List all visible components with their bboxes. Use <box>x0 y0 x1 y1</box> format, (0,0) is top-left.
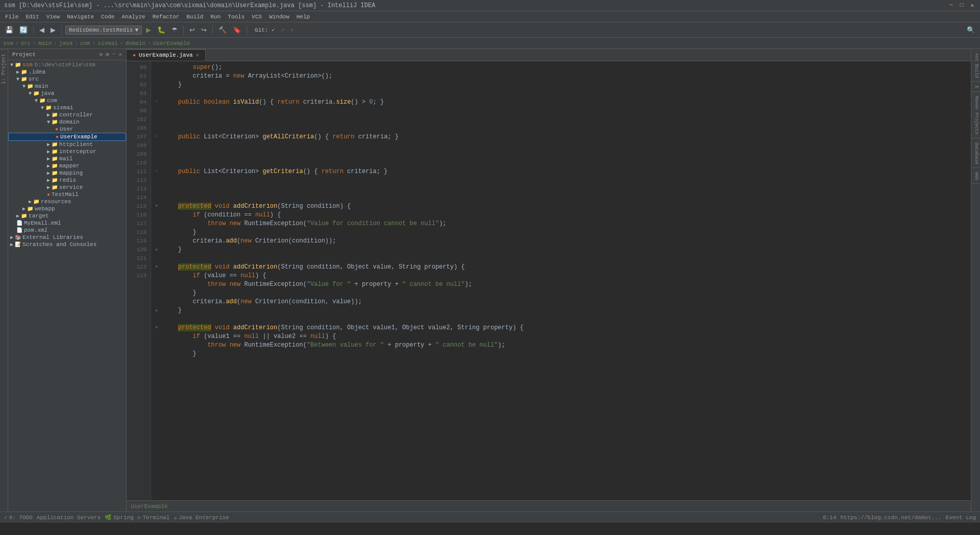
tree-item-com[interactable]: ▼ 📁 com <box>8 97 126 104</box>
tree-item-target[interactable]: ▶ 📁 target <box>8 212 126 220</box>
webapp-expand-icon: ▶ <box>22 206 26 212</box>
path-userexample[interactable]: UserExample <box>153 40 190 46</box>
gutter-94[interactable]: + <box>155 98 161 107</box>
tree-item-service[interactable]: ▶ 📁 service <box>8 184 126 191</box>
tree-item-httpclient[interactable]: ▶ 📁 httpclient <box>8 141 126 148</box>
path-sixmai[interactable]: sixmai <box>97 40 118 46</box>
tree-item-webapp[interactable]: ▶ 📁 webapp <box>8 205 126 212</box>
layout-icon[interactable]: ⊞ <box>106 51 109 58</box>
tree-item-scratches[interactable]: ▶ 📝 Scratches and Consoles <box>8 241 126 248</box>
coverage-button[interactable]: ☂ <box>169 25 180 35</box>
tree-item-myemail[interactable]: 📄 MyEmail.eml <box>8 220 126 227</box>
url-display[interactable]: https://blog.csdn.net/daNot... <box>841 515 942 521</box>
path-main[interactable]: main <box>38 40 52 46</box>
menu-refactor[interactable]: Refactor <box>150 13 183 21</box>
tree-item-mapping[interactable]: ▶ 📁 mapping <box>8 169 126 177</box>
maximize-button[interactable]: □ <box>958 2 966 9</box>
cursor-position[interactable]: 6:14 <box>823 515 836 521</box>
tree-item-ssm[interactable]: ▼ 📁 ssm D:\dev\stsFile\ssm <box>8 61 126 68</box>
path-com[interactable]: com <box>80 40 90 46</box>
ant-build-tab[interactable]: Ant Build <box>971 50 980 82</box>
gutter-120[interactable]: ▼ <box>155 324 161 332</box>
path-ssm[interactable]: ssm <box>3 40 13 46</box>
tree-item-userexample[interactable]: ● UserExample <box>8 133 126 141</box>
tree-item-testmail[interactable]: ● TestMail <box>8 191 126 198</box>
menu-run[interactable]: Run <box>207 13 224 21</box>
menu-code[interactable]: Code <box>98 13 117 21</box>
path-java[interactable]: java <box>59 40 72 46</box>
save-all-button[interactable]: 💾 <box>3 25 15 35</box>
back-button[interactable]: ◀ <box>37 25 46 35</box>
menu-window[interactable]: Window <box>266 13 292 21</box>
code-content[interactable]: super(); criteria = new ArrayList<Criter… <box>151 61 971 500</box>
e-tab[interactable]: E <box>971 83 980 92</box>
close-button[interactable]: ✕ <box>968 2 976 9</box>
tree-item-mapper[interactable]: ▶ 📁 mapper <box>8 162 126 169</box>
maven-projects-tab[interactable]: Maven Projects <box>971 93 980 138</box>
gutter-118[interactable]: ▲ <box>155 306 161 315</box>
run-config-dropdown[interactable]: RedisDemo.testRedis ▼ <box>65 26 142 35</box>
menu-build[interactable]: Build <box>183 13 206 21</box>
menu-tools[interactable]: Tools <box>225 13 248 21</box>
menu-edit[interactable]: Edit <box>22 13 42 21</box>
build-button[interactable]: 🔨 <box>216 25 229 35</box>
app-servers-button[interactable]: Application Servers <box>37 515 101 521</box>
tree-label-mapper: mapper <box>59 163 80 169</box>
gutter-102[interactable]: + <box>155 167 161 176</box>
menu-analyze[interactable]: Analyze <box>118 13 148 21</box>
tree-item-controller[interactable]: ▶ 📁 controller <box>8 111 126 118</box>
gutter-113[interactable]: ▼ <box>155 263 161 272</box>
collapse-icon[interactable]: − <box>112 51 116 58</box>
redo-button[interactable]: ↪ <box>199 25 209 35</box>
menu-vcs[interactable]: VCS <box>249 13 265 21</box>
sync-button[interactable]: 🔄 <box>17 25 30 35</box>
gear-icon[interactable]: ⚙ <box>100 51 103 58</box>
web-tab[interactable]: Web <box>971 169 980 184</box>
code-line-117: criteria.add(new Criterion(condition, va… <box>155 298 967 306</box>
menu-help[interactable]: Help <box>293 13 313 21</box>
tree-item-main[interactable]: ▼ 📁 main <box>8 83 126 90</box>
mapper-expand-icon: ▶ <box>47 163 50 169</box>
undo-button[interactable]: ↩ <box>187 25 197 35</box>
java-enterprise-button[interactable]: ☕ Java Enterprise <box>174 514 229 521</box>
menu-navigate[interactable]: Navigate <box>64 13 97 21</box>
event-log-button[interactable]: Event Log <box>946 515 976 521</box>
tab-1-structure[interactable]: 1: Project <box>0 49 8 88</box>
menu-file[interactable]: File <box>2 13 21 21</box>
tree-item-interceptor[interactable]: ▶ 📁 interceptor <box>8 148 126 155</box>
search-everywhere-button[interactable]: 🔍 <box>965 25 977 35</box>
terminal-button[interactable]: ▷ Terminal <box>138 514 169 521</box>
forward-button[interactable]: ▶ <box>48 25 58 35</box>
path-domain[interactable]: domain <box>126 40 146 46</box>
tree-label-interceptor: interceptor <box>59 149 96 155</box>
minimize-button[interactable]: ─ <box>947 2 955 9</box>
tree-item-sixmai[interactable]: ▼ 📁 sixmai <box>8 104 126 111</box>
tree-item-domain[interactable]: ▼ 📁 domain <box>8 118 126 126</box>
tree-item-redis[interactable]: ▶ 📁 redis <box>8 177 126 184</box>
bookmark-button[interactable]: 🔖 <box>231 25 243 35</box>
terminal-label: Terminal <box>143 515 170 521</box>
resources-expand-icon: ▶ <box>29 199 32 205</box>
run-button[interactable]: ▶ <box>144 25 153 35</box>
tree-item-src[interactable]: ▼ 📁 src <box>8 76 126 83</box>
debug-button[interactable]: 🐛 <box>155 25 167 35</box>
tab-close-button[interactable]: ✕ <box>196 52 199 58</box>
close-panel-icon[interactable]: ✕ <box>118 51 122 58</box>
path-src[interactable]: src <box>20 40 31 46</box>
tree-item-resources[interactable]: ▶ 📁 resources <box>8 198 126 205</box>
tab-userexample[interactable]: ● UserExample.java ✕ <box>127 49 206 61</box>
database-tab[interactable]: Database <box>971 139 980 168</box>
menu-view[interactable]: View <box>43 13 63 21</box>
gutter-111[interactable]: ▲ <box>155 246 161 254</box>
todo-button[interactable]: ✓ 6: TODO <box>4 514 33 521</box>
tree-item-java[interactable]: ▼ 📁 java <box>8 90 126 97</box>
gutter-106[interactable]: ▼ <box>155 202 161 211</box>
bottom-breadcrumb-bar: UserExample <box>127 500 971 512</box>
tree-item-user[interactable]: ● User <box>8 126 126 133</box>
tree-item-pom[interactable]: 📄 pom.xml <box>8 227 126 234</box>
gutter-98[interactable]: + <box>155 133 161 141</box>
tree-item-mail[interactable]: ▶ 📁 mail <box>8 155 126 162</box>
spring-button[interactable]: 🌿 Spring <box>105 514 134 521</box>
tree-item-external-libs[interactable]: ▶ 📚 External Libraries <box>8 234 126 241</box>
tree-item-idea[interactable]: ▶ 📁 .idea <box>8 68 126 76</box>
